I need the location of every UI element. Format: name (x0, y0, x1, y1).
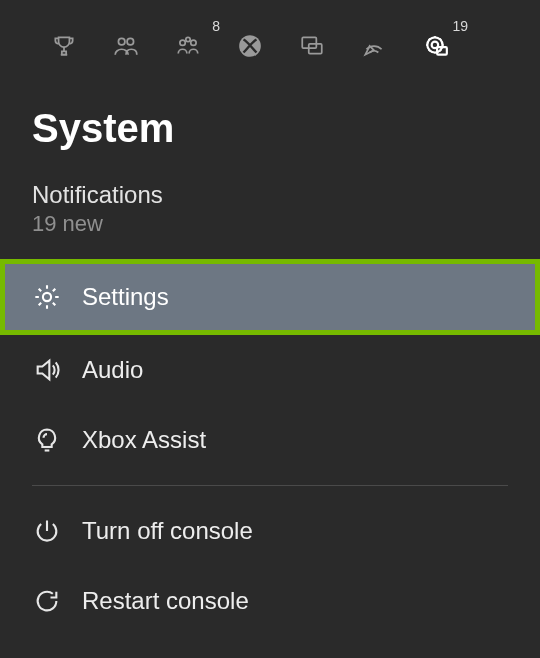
menu-item-label: Turn off console (82, 517, 253, 545)
gear-chat-icon (423, 33, 449, 63)
party-icon (175, 33, 201, 63)
notifications-label: Notifications (32, 181, 540, 209)
system-menu: Settings Audio Xbox Assist Turn off cons… (0, 259, 540, 636)
svg-point-3 (191, 40, 196, 45)
menu-divider (32, 485, 508, 486)
svg-point-1 (127, 38, 133, 45)
speaker-icon (32, 355, 62, 385)
svg-point-2 (180, 40, 185, 45)
page-title: System (32, 106, 540, 151)
system-badge: 19 (452, 18, 468, 34)
home-tab[interactable] (236, 34, 264, 62)
power-icon (32, 516, 62, 546)
menu-item-xbox-assist[interactable]: Xbox Assist (0, 405, 540, 475)
xbox-icon (237, 33, 263, 63)
notifications-item[interactable]: Notifications 19 new (32, 181, 540, 237)
notifications-count: 19 new (32, 211, 540, 237)
menu-item-label: Xbox Assist (82, 426, 206, 454)
menu-item-restart[interactable]: Restart console (0, 566, 540, 636)
menu-item-label: Settings (82, 283, 169, 311)
satellite-icon (361, 33, 387, 63)
menu-item-audio[interactable]: Audio (0, 335, 540, 405)
system-tab[interactable]: 19 (422, 34, 450, 62)
svg-point-4 (186, 37, 190, 41)
menu-item-label: Audio (82, 356, 143, 384)
lightbulb-icon (32, 425, 62, 455)
people-icon (113, 33, 139, 63)
svg-point-9 (427, 37, 442, 52)
restart-icon (32, 586, 62, 616)
menu-item-turn-off[interactable]: Turn off console (0, 496, 540, 566)
friends-tab[interactable] (112, 34, 140, 62)
menu-item-label: Restart console (82, 587, 249, 615)
party-badge: 8 (212, 18, 220, 34)
messages-tab[interactable] (298, 34, 326, 62)
trophy-icon (51, 33, 77, 63)
svg-point-0 (118, 38, 125, 45)
gear-icon (32, 282, 62, 312)
top-icon-bar: 8 19 (0, 0, 540, 62)
broadcast-tab[interactable] (360, 34, 388, 62)
svg-point-11 (43, 293, 51, 301)
achievements-tab[interactable] (50, 34, 78, 62)
chat-icon (299, 33, 325, 63)
menu-item-settings[interactable]: Settings (0, 259, 540, 335)
party-tab[interactable]: 8 (174, 34, 202, 62)
